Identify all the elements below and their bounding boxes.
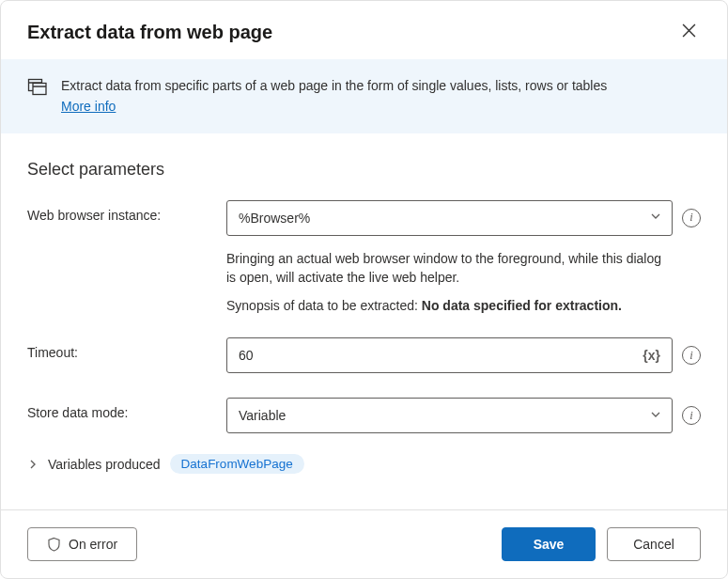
label-browser: Web browser instance: bbox=[27, 200, 215, 223]
store-mode-select[interactable]: Variable bbox=[226, 398, 673, 433]
field-store-mode: Store data mode: Variable i bbox=[27, 398, 701, 433]
dialog-header: Extract data from web page bbox=[1, 1, 727, 59]
variable-pill[interactable]: DataFromWebPage bbox=[170, 454, 304, 474]
banner-description: Extract data from specific parts of a we… bbox=[61, 78, 607, 93]
chevron-down-icon bbox=[649, 408, 662, 424]
info-icon[interactable]: i bbox=[682, 406, 701, 425]
chevron-down-icon bbox=[649, 210, 662, 226]
cancel-label: Cancel bbox=[633, 537, 674, 552]
field-browser: Web browser instance: %Browser% i bbox=[27, 200, 701, 236]
expand-variables-toggle[interactable] bbox=[27, 459, 39, 470]
footer-right-buttons: Save Cancel bbox=[502, 527, 701, 561]
info-icon[interactable]: i bbox=[682, 346, 701, 365]
timeout-input-wrapper: {x} bbox=[226, 337, 673, 373]
timeout-input[interactable] bbox=[239, 348, 641, 363]
dialog: Extract data from web page Extract data … bbox=[0, 0, 728, 579]
label-timeout: Timeout: bbox=[27, 337, 215, 360]
info-icon[interactable]: i bbox=[682, 209, 701, 227]
browser-select-value: %Browser% bbox=[239, 211, 310, 226]
close-button[interactable] bbox=[676, 20, 701, 44]
label-store-mode: Store data mode: bbox=[27, 398, 215, 420]
dialog-footer: On error Save Cancel bbox=[1, 509, 727, 578]
insert-variable-button[interactable]: {x} bbox=[641, 348, 662, 363]
field-timeout: Timeout: {x} i bbox=[27, 337, 701, 373]
info-banner: Extract data from specific parts of a we… bbox=[1, 59, 727, 133]
save-button[interactable]: Save bbox=[502, 527, 596, 561]
browser-help-text: Bringing an actual web browser window to… bbox=[226, 249, 701, 288]
extract-icon bbox=[27, 76, 48, 100]
cancel-button[interactable]: Cancel bbox=[607, 527, 701, 561]
synopsis-prefix: Synopsis of data to be extracted: bbox=[226, 298, 422, 313]
section-title: Select parameters bbox=[27, 160, 701, 180]
on-error-label: On error bbox=[69, 537, 117, 552]
dialog-content: Select parameters Web browser instance: … bbox=[1, 133, 727, 509]
close-icon bbox=[682, 23, 696, 40]
svg-rect-2 bbox=[33, 84, 46, 95]
synopsis-value: No data specified for extraction. bbox=[422, 298, 622, 313]
dialog-title: Extract data from web page bbox=[27, 22, 272, 43]
variables-produced-label: Variables produced bbox=[48, 457, 161, 472]
store-mode-value: Variable bbox=[239, 408, 286, 423]
shield-icon bbox=[47, 537, 61, 552]
banner-text: Extract data from specific parts of a we… bbox=[61, 76, 607, 117]
more-info-link[interactable]: More info bbox=[61, 97, 116, 116]
variables-produced-row: Variables produced DataFromWebPage bbox=[27, 454, 701, 474]
on-error-button[interactable]: On error bbox=[27, 527, 137, 561]
synopsis-text: Synopsis of data to be extracted: No dat… bbox=[226, 298, 701, 313]
save-label: Save bbox=[534, 537, 565, 552]
browser-select[interactable]: %Browser% bbox=[226, 200, 673, 236]
